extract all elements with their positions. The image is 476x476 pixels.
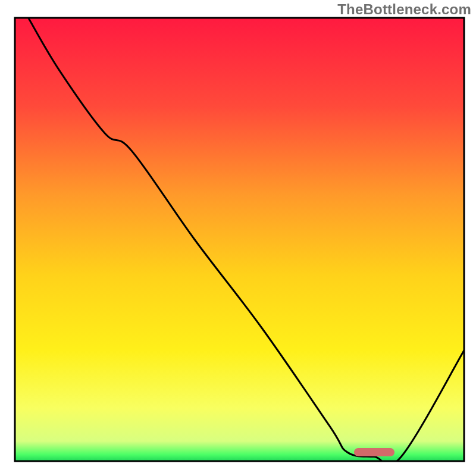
optimal-marker — [354, 448, 394, 456]
chart-stage: TheBottleneck.com — [0, 0, 476, 476]
gradient-background — [15, 18, 464, 461]
bottleneck-chart — [0, 0, 476, 476]
